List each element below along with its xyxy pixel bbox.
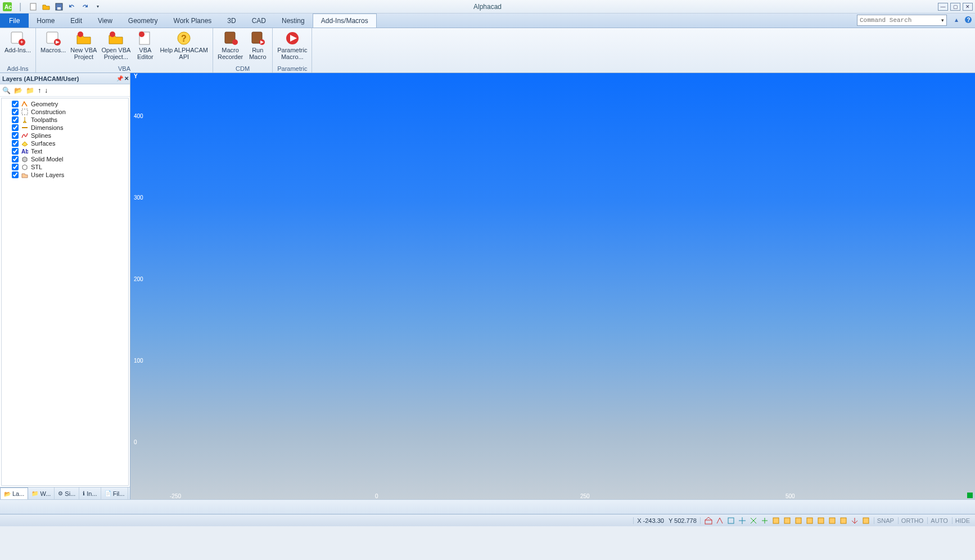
tab-home[interactable]: Home (29, 13, 62, 28)
layer-checkbox[interactable] (12, 156, 19, 162)
view-icon-9[interactable] (794, 516, 803, 525)
toolbar-icon-1[interactable]: 🔍 (2, 87, 11, 94)
view-icon-3[interactable] (726, 516, 735, 525)
layer-item[interactable]: STL (3, 163, 127, 171)
panel-tab[interactable]: ℹIn... (79, 487, 101, 499)
layer-item[interactable]: Geometry (3, 100, 127, 108)
svg-rect-32 (784, 518, 790, 523)
mode-ortho[interactable]: ORTHO (898, 517, 927, 524)
redo-icon[interactable] (80, 2, 90, 12)
layer-checkbox[interactable] (12, 101, 19, 107)
command-bar[interactable] (0, 499, 975, 514)
mode-auto[interactable]: AUTO (927, 517, 950, 524)
tab-cad[interactable]: CAD (244, 13, 274, 28)
undo-icon[interactable] (67, 2, 77, 12)
layer-item[interactable]: Splines (3, 132, 127, 139)
layer-item[interactable]: User Layers (3, 171, 127, 179)
toolbar-icon-2[interactable]: 📂 (14, 87, 22, 94)
tab-geometry[interactable]: Geometry (120, 13, 166, 28)
save-icon[interactable] (54, 2, 64, 12)
macro-recorder-button[interactable]: Macro Recorder (215, 29, 245, 65)
move-up-icon[interactable]: ↑ (38, 87, 41, 94)
pin-icon[interactable]: 📌 (116, 75, 123, 82)
layer-item[interactable]: Construction (3, 108, 127, 116)
svg-rect-31 (773, 518, 779, 523)
layer-icon-surf (21, 140, 29, 147)
view-icon-11[interactable] (816, 516, 825, 525)
menu-strip: File Home Edit View Geometry Work Planes… (0, 13, 975, 28)
view-icon-4[interactable] (738, 516, 747, 525)
tab-addins-macros[interactable]: Add-Ins/Macros (313, 13, 377, 28)
qat-dropdown-icon[interactable]: ▾ (93, 2, 103, 12)
layer-icon-tool (21, 116, 29, 123)
layer-item[interactable]: Surfaces (3, 139, 127, 147)
macro-recorder-icon (222, 30, 240, 46)
run-macro-button[interactable]: Run Macro (245, 29, 270, 65)
parametric-macro-button[interactable]: Parametric Macro... (275, 29, 309, 65)
layer-checkbox[interactable] (12, 164, 19, 170)
tab-icon: ⚙ (58, 490, 63, 496)
drawing-canvas[interactable]: Y 4003002001000 -2500250500 (130, 73, 975, 499)
view-icon-8[interactable] (783, 516, 792, 525)
svg-rect-30 (728, 518, 734, 523)
layer-checkbox[interactable] (12, 124, 19, 131)
view-icon-13[interactable] (839, 516, 848, 525)
collapse-ribbon-icon[interactable]: ▴ (952, 15, 961, 24)
vba-editor-button[interactable]: VBA Editor (133, 29, 157, 65)
command-search[interactable]: ▾ (857, 15, 947, 26)
view-icon-10[interactable] (805, 516, 814, 525)
view-icon-5[interactable] (749, 516, 758, 525)
move-down-icon[interactable]: ↓ (44, 87, 48, 94)
tab-nesting[interactable]: Nesting (274, 13, 313, 28)
layer-item[interactable]: Toolpaths (3, 116, 127, 124)
addins-label: Add-Ins... (4, 47, 31, 53)
view-icon-14[interactable] (850, 516, 859, 525)
open-vba-button[interactable]: Open VBA Project... (99, 29, 133, 65)
open-file-icon[interactable] (41, 2, 51, 12)
parametric-label: Parametric Macro... (277, 47, 307, 60)
view-icon-6[interactable] (760, 516, 769, 525)
help-api-button[interactable]: ? Help ALPHACAM API (157, 29, 210, 65)
mode-snap[interactable]: SNAP (874, 517, 897, 524)
layer-checkbox[interactable] (12, 109, 19, 115)
panel-tab[interactable]: 📁W... (28, 487, 55, 499)
view-icon-2[interactable] (715, 516, 724, 525)
layer-checkbox[interactable] (12, 116, 19, 123)
tab-edit[interactable]: Edit (62, 13, 90, 28)
addins-button[interactable]: + Add-Ins... (2, 29, 33, 65)
toolbar-icon-3[interactable]: 📁 (26, 87, 34, 94)
panel-tab[interactable]: 📂La... (0, 487, 28, 499)
layer-checkbox[interactable] (12, 140, 19, 147)
layer-item[interactable]: Dimensions (3, 124, 127, 132)
tab-workplanes[interactable]: Work Planes (166, 13, 220, 28)
close-panel-icon[interactable]: ✕ (124, 75, 129, 82)
new-file-icon[interactable] (28, 2, 38, 12)
layer-checkbox[interactable] (12, 171, 19, 178)
tab-file[interactable]: File (0, 13, 29, 28)
ribbon-group-vba: Macros... New VBA Project Open VBA Proje… (36, 28, 213, 73)
view-icon-12[interactable] (828, 516, 837, 525)
search-dropdown-icon[interactable]: ▾ (939, 17, 946, 23)
tab-3d[interactable]: 3D (219, 13, 243, 28)
panel-tab[interactable]: 📄Fil... (101, 487, 129, 499)
layer-checkbox[interactable] (12, 148, 19, 155)
maximize-button[interactable]: ▢ (950, 3, 960, 11)
layer-name: Construction (31, 109, 66, 115)
view-icon-7[interactable] (771, 516, 780, 525)
mode-hide[interactable]: HIDE (952, 517, 973, 524)
close-button[interactable]: ✕ (963, 3, 973, 11)
command-search-input[interactable] (857, 17, 939, 24)
layer-item[interactable]: Solid Model (3, 155, 127, 163)
macros-button[interactable]: Macros... (38, 29, 68, 65)
layer-item[interactable]: Ab Text (3, 147, 127, 155)
new-vba-button[interactable]: New VBA Project (68, 29, 99, 65)
layer-checkbox[interactable] (12, 132, 19, 139)
new-vba-icon (75, 30, 93, 46)
svg-rect-29 (705, 520, 712, 524)
view-icon-15[interactable] (861, 516, 870, 525)
view-icon-1[interactable] (704, 516, 713, 525)
tab-view[interactable]: View (90, 13, 120, 28)
panel-tab[interactable]: ⚙Si... (55, 487, 79, 499)
help-icon[interactable]: ? (964, 15, 973, 24)
minimize-button[interactable]: ― (938, 3, 948, 11)
